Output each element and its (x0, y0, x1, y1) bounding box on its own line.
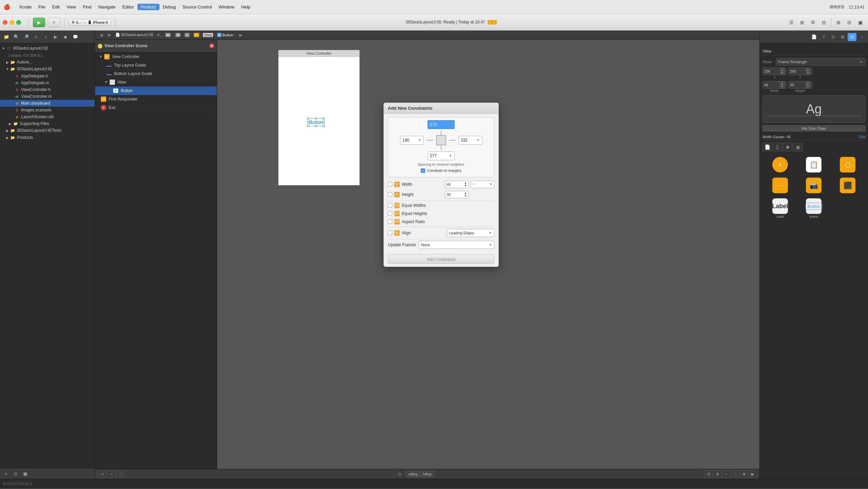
align-select[interactable]: Leading Edges ▼ (447, 229, 495, 237)
view-as-button[interactable]: ◁ (98, 470, 106, 478)
menubar-window[interactable]: Window (215, 4, 238, 10)
standard-editor-button[interactable]: ⊞ (797, 18, 807, 27)
navigator-toggle-button[interactable]: ☰ (786, 18, 796, 27)
file-inspector-button[interactable]: 📄 (810, 33, 818, 41)
scene-exit-item[interactable]: ✕ Exit (95, 104, 217, 112)
breadcrumb-view[interactable]: View (203, 33, 213, 37)
utility-panel-button[interactable]: ▣ (855, 18, 865, 27)
obj-dots-icon[interactable]: ⋯ (764, 176, 796, 196)
forward-history-button[interactable]: □ (117, 470, 125, 478)
height-stepper-down[interactable]: ▼ (464, 195, 467, 197)
obj-camera-icon[interactable]: 📷 (798, 176, 830, 196)
size-inspector-button[interactable]: ⊡ (848, 33, 856, 41)
file-navigator-icon[interactable]: 📁 (2, 33, 11, 41)
bottom-spacing-input[interactable]: 277 ▼ (428, 151, 455, 160)
y-input[interactable]: 293 ▲ ▼ (788, 68, 812, 75)
obj-label-widget[interactable]: Label Label (764, 197, 796, 220)
width-checkbox[interactable] (388, 182, 392, 186)
apple-menu-icon[interactable]: 🍎 (3, 4, 10, 10)
menubar-product[interactable]: Product (137, 4, 159, 10)
handle-tr[interactable] (323, 117, 325, 120)
width-stepper-up[interactable]: ▲ (780, 82, 785, 85)
back-history-button[interactable]: ○ (107, 470, 115, 478)
pin-button[interactable]: ⊞ (713, 470, 721, 478)
obj-box3d-icon[interactable]: ⬛ (831, 176, 864, 196)
handle-bm[interactable] (315, 125, 317, 127)
assistant-editor-button[interactable]: ⧉ (808, 18, 818, 27)
path-back-button[interactable]: ◀ (98, 32, 105, 38)
nav-images-xcassets[interactable]: ⊙ Images.xcassets (0, 107, 95, 113)
note-text[interactable]: 单击此处添加备注 (3, 481, 33, 486)
breakpoint-navigator-icon[interactable]: ◆ (61, 33, 70, 41)
path-more-button[interactable]: ▶ (237, 32, 244, 38)
attributes-inspector-button[interactable]: ⊞ (838, 33, 847, 41)
h-any-button[interactable]: hAny (421, 471, 434, 477)
menubar-xcode[interactable]: Xcode (16, 4, 35, 10)
obj-cube-icon[interactable]: ⬡ (831, 156, 864, 175)
menubar-debug[interactable]: Debug (159, 4, 179, 10)
close-window-button[interactable] (3, 20, 7, 25)
debug-navigator-icon[interactable]: ▶ (51, 33, 60, 41)
handle-tm[interactable] (315, 117, 317, 120)
scene-top-guide-item[interactable]: Top Layout Guide (95, 61, 217, 70)
inspector-tab-code[interactable]: {} (773, 143, 782, 151)
handle-br[interactable] (323, 125, 325, 127)
scene-bottom-guide-item[interactable]: Bottom Layout Guide (95, 70, 217, 78)
width-input[interactable]: 46 ▲ ▼ (762, 81, 786, 89)
stop-button[interactable]: ■ (48, 18, 60, 27)
menubar-navigate[interactable]: Navigate (95, 4, 119, 10)
height-stepper-down[interactable]: ▼ (806, 85, 810, 88)
equal-widths-checkbox[interactable] (388, 203, 392, 207)
nav-main-storyboard[interactable]: ⊞ Main.storyboard (0, 100, 95, 107)
recent-files-button[interactable]: ⊙ (12, 470, 19, 477)
handle-ml[interactable] (307, 121, 309, 123)
add-file-button[interactable]: + (3, 470, 10, 477)
menubar-source-control[interactable]: Source Control (179, 4, 215, 10)
filter-button[interactable]: ▣ (22, 470, 29, 477)
nav-project-item[interactable]: ▼ ⬡ 003autoLayout介绍 (0, 45, 95, 52)
connections-inspector-button[interactable]: → (857, 33, 866, 41)
nav-supporting-files[interactable]: ▶ 📁 Supporting Files (0, 120, 95, 127)
height-input[interactable]: 30 ▲ ▼ (445, 191, 469, 198)
nav-autore-group[interactable]: ▶ 📂 Autore... (0, 59, 95, 66)
nav-tests-group[interactable]: ▶ 📂 003autoLayout介绍Tests (0, 127, 95, 134)
zoom-fit-button[interactable]: ▶ (749, 470, 757, 478)
identity-inspector-button[interactable]: ⊙ (829, 33, 837, 41)
size-class-banner[interactable]: this Size Class (762, 125, 865, 131)
update-frames-select[interactable]: None ▼ (419, 241, 494, 249)
minimize-window-button[interactable] (10, 20, 14, 25)
handle-tl[interactable] (307, 117, 309, 120)
breadcrumb-storyboard-icon[interactable]: M (165, 33, 171, 37)
x-stepper-down[interactable]: ▼ (780, 71, 785, 75)
w-any-button[interactable]: wAny (406, 471, 420, 477)
scene-vc-item[interactable]: ▼ V View Controller (95, 53, 217, 61)
scene-button-item[interactable]: B Button (95, 87, 217, 95)
menubar-file[interactable]: File (35, 4, 49, 10)
breadcrumb-v1[interactable]: V. (185, 33, 190, 37)
nav-autola-group[interactable]: ▼ 📂 003autoLayout介绍 (0, 66, 95, 73)
menubar-find[interactable]: Find (79, 4, 95, 10)
inspector-tab-device[interactable]: ▣ (793, 143, 803, 151)
scheme-selector[interactable]: ⚙ 0... → 📱 iPhone 6 (69, 19, 111, 26)
x-stepper-up[interactable]: ▲ (780, 68, 785, 71)
obj-pages-icon[interactable]: 📋 (798, 156, 830, 175)
width-stepper-down[interactable]: ▼ (464, 184, 467, 187)
grid-button[interactable]: ⊞ (740, 470, 748, 478)
breadcrumb-m2[interactable]: M (175, 33, 181, 37)
add-constraints-button[interactable]: Add Constraints (388, 254, 494, 264)
top-spacing-input[interactable]: 273 ▼ (428, 120, 455, 129)
nav-appdelegate-h[interactable]: h AppDelegate.h (0, 73, 95, 79)
issues-button[interactable]: □ (731, 470, 739, 478)
height-input[interactable]: 30 ▲ ▼ (788, 81, 812, 89)
scene-first-responder-item[interactable]: FR First Responder (95, 95, 217, 104)
nav-viewcontroller-m[interactable]: m ViewController.m (0, 93, 95, 100)
debug-panel-button[interactable]: ⊟ (844, 18, 854, 27)
height-stepper-up[interactable]: ▲ (806, 82, 810, 85)
test-navigator-icon[interactable]: ✓ (41, 33, 50, 41)
path-forward-button[interactable]: ▶ (106, 32, 113, 38)
find-navigator-icon[interactable]: 🔎 (22, 33, 31, 41)
edit-constraint-link[interactable]: Edit (859, 135, 865, 139)
align-checkbox[interactable] (388, 231, 392, 235)
handle-mr[interactable] (323, 121, 325, 123)
equal-heights-checkbox[interactable] (388, 211, 392, 216)
